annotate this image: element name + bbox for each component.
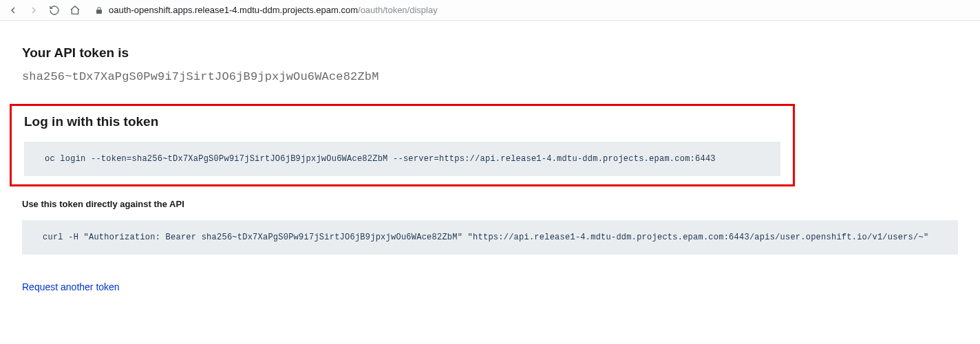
api-token-heading: Your API token is (22, 45, 958, 61)
lock-icon (95, 6, 103, 14)
back-button[interactable] (7, 4, 19, 17)
address-bar[interactable]: oauth-openshift.apps.release1-4.mdtu-ddm… (89, 5, 973, 15)
curl-command-block: curl -H "Authorization: Bearer sha256~tD… (22, 220, 958, 255)
home-button[interactable] (69, 4, 81, 17)
api-usage-heading: Use this token directly against the API (22, 199, 958, 209)
login-heading: Log in with this token (24, 114, 780, 129)
login-section-highlighted: Log in with this token oc login --token=… (10, 104, 795, 186)
reload-button[interactable] (48, 4, 61, 17)
page-content: Your API token is sha256~tDx7XaPgS0Pw9i7… (0, 21, 980, 318)
url-domain: oauth-openshift.apps.release1-4.mdtu-ddm… (109, 5, 358, 15)
forward-button[interactable] (28, 4, 40, 17)
browser-toolbar: oauth-openshift.apps.release1-4.mdtu-ddm… (0, 0, 980, 21)
url-path: /oauth/token/display (358, 5, 438, 15)
api-token-value: sha256~tDx7XaPgS0Pw9i7jSirtJO6jB9jpxjwOu… (22, 70, 958, 83)
login-command-block: oc login --token=sha256~tDx7XaPgS0Pw9i7j… (24, 142, 780, 176)
request-another-token-link[interactable]: Request another token (22, 281, 120, 292)
